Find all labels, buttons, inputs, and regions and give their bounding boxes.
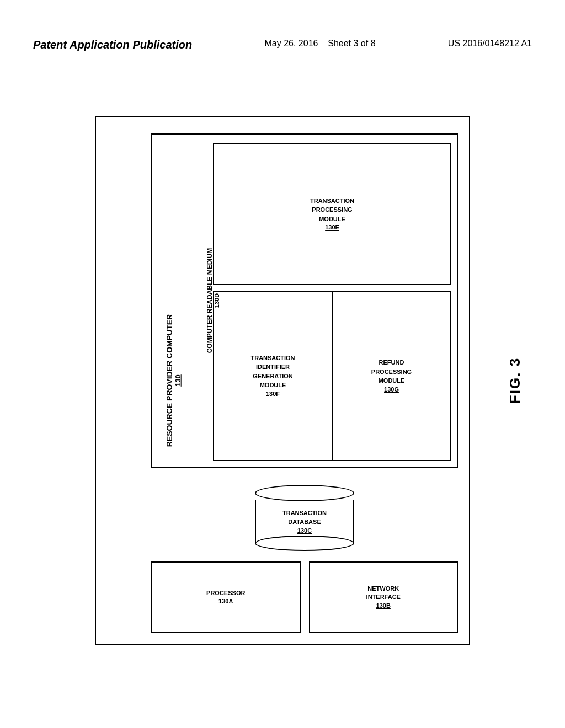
header-sheet: Sheet 3 of 8	[328, 39, 375, 48]
db-label: TRANSACTIONDATABASE	[282, 508, 327, 527]
ti-module-label-area: TRANSACTIONIDENTIFIERGENERATIONMODULE 13…	[250, 354, 295, 398]
processor-label-area: PROCESSOR 130A	[206, 589, 245, 606]
header-center: May 26, 2016 Sheet 3 of 8	[265, 39, 376, 49]
refund-module-label: REFUNDPROCESSINGMODULE	[371, 358, 412, 386]
diagram-area: RESOURCE PROVIDER COMPUTER 130 COMPUTER …	[33, 88, 532, 673]
outer-resource-provider-box: RESOURCE PROVIDER COMPUTER 130 COMPUTER …	[95, 116, 470, 645]
fig-label-text: FIG. 3	[507, 357, 523, 404]
refund-module-label-area: REFUNDPROCESSINGMODULE 130G	[371, 358, 412, 394]
page-header: Patent Application Publication May 26, 2…	[0, 39, 565, 51]
network-interface-box: NETWORKINTERFACE 130B	[309, 561, 459, 633]
bottom-boxes-area: PROCESSOR 130A NETWORKINTERFACE 130B	[151, 561, 458, 633]
tp-module-label: TRANSACTIONPROCESSINGMODULE	[310, 196, 354, 224]
refund-module-ref: 130G	[371, 386, 412, 394]
cylinder-top	[255, 485, 354, 501]
tp-module-label-area: TRANSACTIONPROCESSINGMODULE 130E	[310, 196, 354, 232]
network-label-area: NETWORKINTERFACE 130B	[366, 585, 401, 610]
processor-ref: 130A	[206, 597, 245, 606]
transaction-identifier-module: TRANSACTIONIDENTIFIERGENERATIONMODULE 13…	[214, 292, 333, 460]
db-ref: 130C	[282, 527, 327, 535]
figure-label: FIG. 3	[507, 357, 524, 404]
processor-box: PROCESSOR 130A	[151, 561, 301, 633]
network-ref: 130B	[366, 602, 401, 610]
cylinder-bottom	[255, 536, 354, 551]
network-label: NETWORKINTERFACE	[366, 585, 401, 602]
header-date: May 26, 2016	[265, 39, 318, 48]
modules-area: TRANSACTIONPROCESSINGMODULE 130E TRANSAC…	[213, 143, 451, 461]
inner-content-area: COMPUTER READABLE MEDIUM 130D TRANSACTIO…	[151, 133, 458, 633]
transaction-database-cylinder: TRANSACTIONDATABASE 130C	[255, 481, 354, 548]
database-area: TRANSACTIONDATABASE 130C	[151, 479, 458, 550]
transaction-processing-module: TRANSACTIONPROCESSINGMODULE 130E	[213, 143, 451, 285]
crm-label: COMPUTER READABLE MEDIUM	[206, 245, 214, 356]
tp-module-ref: 130E	[310, 223, 354, 232]
publication-title: Patent Application Publication	[33, 39, 192, 51]
processor-label: PROCESSOR	[206, 589, 245, 597]
figure-label-wrapper: FIG. 3	[507, 357, 524, 404]
ti-module-label: TRANSACTIONIDENTIFIERGENERATIONMODULE	[250, 354, 295, 390]
db-label-area: TRANSACTIONDATABASE 130C	[282, 508, 327, 535]
crm-box: COMPUTER READABLE MEDIUM 130D TRANSACTIO…	[151, 133, 458, 468]
refund-processing-module: REFUNDPROCESSINGMODULE 130G	[333, 292, 450, 460]
ti-module-ref: 130F	[250, 390, 295, 398]
patent-number: US 2016/0148212 A1	[448, 39, 532, 49]
right-modules-container: TRANSACTIONIDENTIFIERGENERATIONMODULE 13…	[213, 291, 451, 461]
cylinder-body: TRANSACTIONDATABASE 130C	[255, 500, 354, 544]
